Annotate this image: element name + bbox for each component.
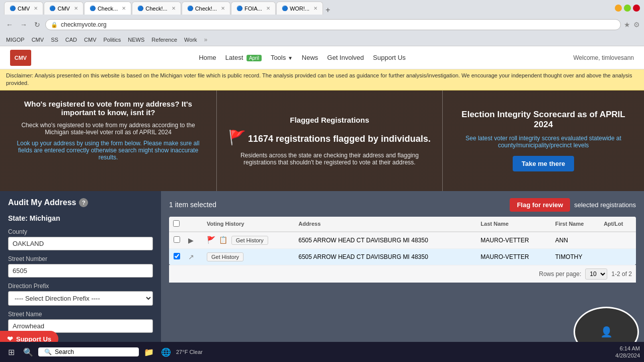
- close-btn[interactable]: [633, 5, 640, 12]
- direction-prefix-group: Direction Prefix ---- Select Direction P…: [8, 283, 153, 306]
- close-icon[interactable]: ✕: [34, 6, 38, 11]
- refresh-button[interactable]: ↻: [32, 20, 42, 30]
- row2-first-name: TIMOTHY: [551, 248, 599, 265]
- row2-address: 6505 ARROW HEAD CT DAVISBURG MI 48350: [294, 248, 476, 265]
- county-input[interactable]: [8, 237, 153, 250]
- nav-news[interactable]: News: [302, 54, 318, 61]
- logo-area: CMV: [10, 50, 31, 66]
- row2-apt: [600, 248, 636, 265]
- row1-checkbox[interactable]: [174, 236, 180, 243]
- bookmark-news[interactable]: NEWS: [126, 36, 146, 43]
- row1-file-icon: 📋: [219, 236, 227, 244]
- tab-check-active[interactable]: 🔵 Check... ✕: [84, 2, 131, 15]
- forward-button[interactable]: →: [18, 20, 29, 30]
- person-icon: 👤: [600, 326, 613, 338]
- row1-checkbox-cell: [169, 232, 184, 249]
- search-taskbar-icon[interactable]: 🔍: [21, 345, 35, 359]
- col-address: Address: [294, 217, 476, 232]
- site-header: CMV Home Latest April Tools ▼ News Get I…: [0, 46, 644, 69]
- select-all-checkbox[interactable]: [173, 220, 180, 227]
- tab-foia[interactable]: 🔵 FOIA... ✕: [231, 2, 276, 15]
- row1-expand-cell: ▶: [184, 232, 203, 249]
- flag-right-text: selected registrations: [574, 201, 636, 209]
- help-icon[interactable]: ?: [79, 198, 88, 207]
- col-checkbox: [169, 217, 184, 232]
- site-logo[interactable]: CMV: [10, 50, 31, 66]
- table-row: ▶ 🚩 📋 Get History 6505 ARROW HEAD CT DAV…: [169, 232, 636, 249]
- row1-apt: [600, 232, 636, 249]
- back-button[interactable]: ←: [4, 20, 15, 30]
- bookmark-ss[interactable]: SS: [49, 36, 60, 43]
- flagged-count-row: 🚩 11674 registrations flagged by individ…: [228, 129, 431, 149]
- maximize-btn[interactable]: [624, 5, 631, 12]
- close-icon[interactable]: ✕: [74, 6, 78, 11]
- close-icon[interactable]: ✕: [313, 6, 317, 11]
- flag-for-review-button[interactable]: Flag for review: [510, 198, 570, 212]
- scorecard-link: See latest voter roll integrity scores e…: [453, 135, 634, 149]
- col-expand: [184, 217, 203, 232]
- row2-checkbox[interactable]: [174, 253, 180, 259]
- row2-get-history-button[interactable]: Get History: [207, 252, 244, 261]
- nav-home[interactable]: Home: [199, 54, 216, 61]
- extensions-icon[interactable]: ⚙: [633, 21, 640, 29]
- more-bookmarks[interactable]: »: [204, 36, 208, 43]
- street-name-label: Street Name: [8, 311, 153, 318]
- row1-voting-history: 🚩 📋 Get History: [203, 232, 294, 249]
- row1-expand-button[interactable]: ▶: [188, 236, 194, 244]
- table-header-row: Voting History Address Last Name First N…: [169, 217, 636, 232]
- tab-check3[interactable]: 🔵 Check!... ✕: [182, 2, 230, 15]
- tab-cmv2[interactable]: 🔵 CMV ✕: [44, 2, 83, 15]
- rows-per-page-label: Rows per page:: [539, 270, 581, 278]
- close-icon[interactable]: ✕: [221, 6, 225, 11]
- selection-count: 1 item selected: [169, 201, 216, 209]
- tab-check2[interactable]: 🔵 Check!... ✕: [132, 2, 181, 15]
- tab-cmv[interactable]: 🔵 CMV ✕: [4, 2, 43, 15]
- browser-taskbar-icon[interactable]: 🌐: [159, 345, 173, 359]
- street-number-input[interactable]: [8, 264, 153, 278]
- hero-left-desc: Check who's registered to vote from my a…: [10, 122, 206, 136]
- bookmark-migop[interactable]: MIGOP: [4, 36, 27, 43]
- bookmark-cmv2[interactable]: CMV: [82, 36, 98, 43]
- row1-get-history-button[interactable]: Get History: [231, 236, 268, 245]
- address-bar[interactable]: 🔒 checkmyvote.org: [45, 19, 621, 30]
- minimize-btn[interactable]: [615, 5, 622, 12]
- take-me-there-button[interactable]: Take me there: [513, 156, 574, 171]
- tab-bar: 🔵 CMV ✕ 🔵 CMV ✕ 🔵 Check... ✕ 🔵 Check!...…: [4, 2, 611, 15]
- start-button[interactable]: ⊞: [4, 345, 18, 359]
- rows-per-page-select[interactable]: 10 25 50: [585, 268, 607, 280]
- nav-get-involved[interactable]: Get Involved: [327, 54, 364, 61]
- latest-badge: April: [247, 55, 262, 61]
- flagged-sub: Residents across the state are checking …: [227, 152, 432, 166]
- pagination-text: 1-2 of 2: [611, 270, 632, 278]
- taskbar-time-display: 6:14 AM: [615, 345, 640, 352]
- bookmark-politics[interactable]: Politics: [102, 36, 123, 43]
- taskbar-search[interactable]: 🔍 Search: [38, 347, 139, 356]
- direction-prefix-select[interactable]: ---- Select Direction Prefix ----: [8, 291, 153, 306]
- nav-latest[interactable]: Latest April: [225, 54, 262, 61]
- title-bar: 🔵 CMV ✕ 🔵 CMV ✕ 🔵 Check... ✕ 🔵 Check!...…: [0, 0, 644, 16]
- hero-left-link: Look up your address by using the form b…: [10, 140, 206, 161]
- new-tab-btn[interactable]: +: [326, 6, 330, 15]
- address-bar-row: ← → ↻ 🔒 checkmyvote.org ★ ⚙: [0, 16, 644, 33]
- search-placeholder: Search: [55, 348, 74, 355]
- tab-work[interactable]: 🔵 WOR!... ✕: [276, 2, 323, 15]
- table-row: ↗ Get History 6505 ARROW HEAD CT DAVISBU…: [169, 248, 636, 265]
- nav-tools[interactable]: Tools ▼: [271, 54, 293, 61]
- close-icon[interactable]: ✕: [266, 6, 270, 11]
- bookmark-cmv[interactable]: CMV: [30, 36, 46, 43]
- nav-support-us[interactable]: Support Us: [373, 54, 406, 61]
- close-icon[interactable]: ✕: [122, 6, 126, 11]
- close-icon[interactable]: ✕: [172, 6, 176, 11]
- bookmark-icon[interactable]: ★: [624, 21, 630, 29]
- row1-first-name: ANN: [551, 232, 599, 249]
- row2-checkbox-cell: [169, 248, 184, 265]
- file-explorer-icon[interactable]: 📁: [142, 345, 156, 359]
- street-number-group: Street Number: [8, 255, 153, 278]
- bookmark-cad[interactable]: CAD: [63, 36, 79, 43]
- bookmark-work[interactable]: Work: [182, 36, 199, 43]
- row2-voting-history: Get History: [203, 248, 294, 265]
- bookmark-bar: MIGOP CMV SS CAD CMV Politics NEWS Refer…: [0, 33, 644, 46]
- hero-center-title: Flagged Registrations: [290, 116, 369, 124]
- bookmark-reference[interactable]: Reference: [149, 36, 179, 43]
- col-apt-lot: Apt/Lot: [600, 217, 636, 232]
